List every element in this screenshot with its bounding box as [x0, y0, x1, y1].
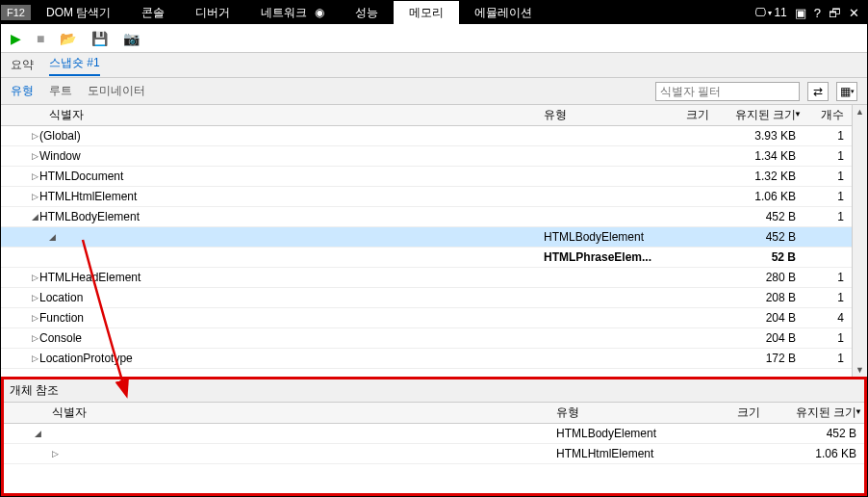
sort-desc-icon: ▼ [855, 407, 862, 416]
row-retained: 1.06 KB [768, 447, 864, 460]
table-row[interactable]: ◢ HTMLBodyElement452 B [1, 227, 852, 248]
tab-console[interactable]: 콘솔 [126, 1, 180, 25]
scroll-down-icon[interactable]: ▼ [853, 365, 867, 375]
expand-icon[interactable]: ◢ [47, 232, 57, 242]
col-retained-size[interactable]: 유지된 크기▼ [717, 107, 804, 123]
scroll-up-icon[interactable]: ▲ [853, 107, 867, 117]
row-identifier: (Global) [39, 129, 81, 143]
row-retained: 52 B [717, 250, 804, 264]
objects-grid: 식별자 유형 크기 유지된 크기▼ 개수 ▷ (Global)3.93 KB1▷… [1, 105, 852, 377]
expand-icon[interactable]: ▷ [30, 273, 39, 282]
tab-dom-explorer[interactable]: DOM 탐색기 [31, 1, 126, 25]
row-identifier: LocationPrototype [39, 352, 133, 365]
row-count: 1 [804, 170, 852, 183]
grid-header-row: 식별자 유형 크기 유지된 크기▼ 개수 [1, 105, 852, 126]
table-row[interactable]: ▷ Function204 B4 [1, 308, 852, 328]
object-references-pane: 개체 참조 식별자 유형 크기 유지된 크기▼ ◢ HTMLBodyElemen… [1, 377, 867, 496]
tab-memory[interactable]: 메모리 [394, 1, 459, 25]
close-button[interactable]: ✕ [849, 6, 859, 20]
row-retained: 452 B [717, 210, 804, 223]
row-identifier: Function [39, 311, 84, 325]
chevron-down-icon: ▾ [768, 9, 772, 17]
row-type: HTMLBodyElement [544, 230, 659, 244]
row-count: 1 [804, 331, 852, 345]
table-row[interactable]: ▷ LocationPrototype172 B1 [1, 349, 852, 369]
row-retained: 1.34 KB [717, 149, 804, 163]
col-identifier[interactable]: 식별자 [1, 107, 544, 123]
start-profiling-icon[interactable]: ▶ [11, 31, 21, 46]
expand-icon[interactable]: ▷ [30, 131, 39, 141]
expand-icon[interactable]: ▷ [30, 293, 39, 302]
row-identifier: Location [39, 291, 83, 304]
row-identifier: HTMLDocument [39, 170, 123, 183]
row-retained: 1.32 KB [717, 170, 804, 183]
expand-icon[interactable]: ▷ [30, 151, 39, 161]
table-row[interactable]: ▷ (Global)3.93 KB1 [1, 126, 852, 146]
expand-icon[interactable]: ▷ [30, 192, 39, 201]
row-type: HTMLHtmlElement [556, 447, 691, 460]
ref-col-retained[interactable]: 유지된 크기▼ [768, 405, 864, 421]
row-count: 1 [804, 129, 852, 143]
errors-indicator[interactable]: 🖵▾ 11 [754, 6, 786, 19]
row-retained: 452 B [768, 427, 864, 440]
expand-icon[interactable]: ▷ [30, 353, 39, 363]
expand-icon[interactable]: ▷ [30, 333, 39, 343]
identifier-filter-input[interactable] [655, 82, 800, 101]
row-count: 1 [804, 291, 852, 304]
row-retained: 1.06 KB [717, 190, 804, 203]
expand-icon[interactable]: ◢ [33, 429, 42, 438]
row-retained: 172 B [717, 352, 804, 365]
screenshot-icon[interactable]: 📷 [123, 31, 140, 46]
row-count: 4 [804, 311, 852, 325]
table-row[interactable]: ▷ Location208 B1 [1, 288, 852, 308]
ref-col-type[interactable]: 유형 [556, 405, 691, 421]
stop-profiling-icon[interactable]: ■ [37, 31, 44, 46]
tab-network[interactable]: 네트워크 ◉ [245, 1, 339, 25]
help-button[interactable]: ? [814, 6, 821, 20]
ref-header-row: 식별자 유형 크기 유지된 크기▼ [4, 403, 864, 424]
row-count: 1 [804, 352, 852, 365]
tab-network-label: 네트워크 [261, 6, 307, 19]
import-icon[interactable]: 📂 [60, 31, 76, 46]
tab-emulation[interactable]: 에뮬레이션 [459, 1, 548, 25]
table-row[interactable]: ▷ HTMLHeadElement280 B1 [1, 268, 852, 288]
table-row[interactable]: ▷ HTMLHtmlElement1.06 KB [4, 444, 864, 464]
expand-icon[interactable]: ▷ [30, 171, 39, 181]
ref-col-size[interactable]: 크기 [691, 405, 768, 421]
view-root[interactable]: 루트 [49, 83, 72, 99]
col-count[interactable]: 개수 [804, 107, 852, 123]
expand-icon[interactable]: ▷ [30, 313, 39, 323]
col-type[interactable]: 유형 [544, 107, 659, 123]
tab-snapshot-1[interactable]: 스냅숏 #1 [49, 55, 100, 76]
f12-badge: F12 [1, 5, 31, 20]
view-type[interactable]: 유형 [11, 83, 34, 99]
snapshot-tabs: 요약 스냅숏 #1 [1, 53, 867, 78]
table-row[interactable]: ▷ Console204 B1 [1, 328, 852, 349]
expand-icon[interactable]: ▷ [50, 449, 60, 458]
row-identifier: Console [39, 331, 82, 345]
col-size[interactable]: 크기 [659, 107, 717, 123]
undock-icon[interactable]: 🗗 [829, 6, 841, 20]
tab-summary[interactable]: 요약 [11, 57, 34, 73]
monitor-icon: 🖵 [754, 6, 766, 19]
table-row[interactable]: ◢ HTMLBodyElement452 B1 [1, 207, 852, 227]
table-row[interactable]: ▷ HTMLDocument1.32 KB1 [1, 167, 852, 187]
tab-performance[interactable]: 성능 [340, 1, 394, 25]
error-count: 11 [774, 6, 786, 19]
tab-debugger[interactable]: 디버거 [180, 1, 245, 25]
sort-desc-icon: ▼ [794, 110, 802, 118]
ref-pane-title: 개체 참조 [4, 379, 864, 403]
table-row[interactable]: ▷ Window1.34 KB1 [1, 146, 852, 167]
settings-toggle-icon[interactable]: ⇄ [807, 82, 829, 101]
view-dominator[interactable]: 도미네이터 [88, 83, 145, 99]
table-row[interactable]: ▷ HTMLHtmlElement1.06 KB1 [1, 187, 852, 207]
table-row[interactable]: ◢ HTMLBodyElement452 B [4, 424, 864, 444]
table-row[interactable]: HTMLPhraseElem...52 B [1, 248, 852, 268]
console-toggle-icon[interactable]: ▣ [795, 6, 806, 20]
grid-view-icon[interactable]: ▦▾ [836, 82, 857, 101]
row-retained: 204 B [717, 311, 804, 325]
save-icon[interactable]: 💾 [91, 31, 108, 46]
vertical-scrollbar[interactable]: ▲ ▼ [852, 105, 867, 377]
expand-icon[interactable]: ◢ [30, 212, 39, 222]
ref-col-identifier[interactable]: 식별자 [4, 405, 556, 421]
